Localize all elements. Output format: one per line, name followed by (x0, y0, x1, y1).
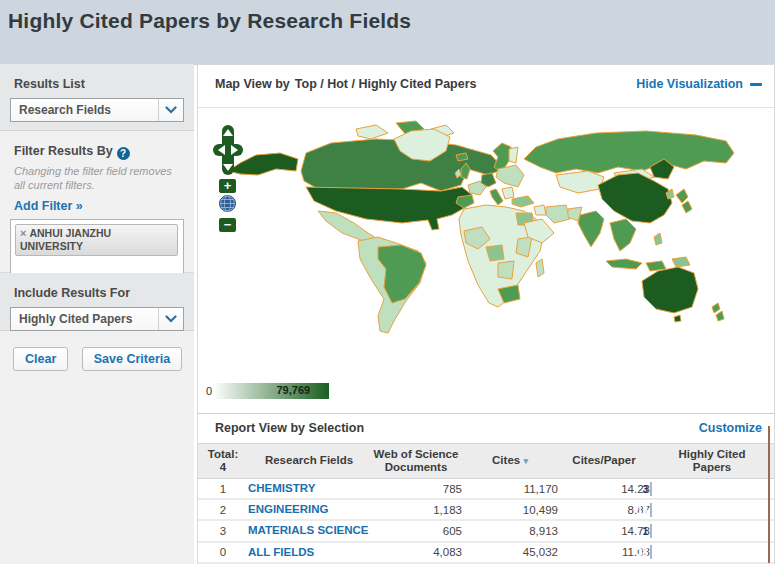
row-docs: 1,183 (370, 499, 462, 520)
row-docs: 4,083 (370, 542, 462, 563)
map-legend: 0 79,769 (206, 383, 329, 399)
results-list-label: Results List (0, 64, 194, 91)
hcp-bar: 38 (650, 545, 652, 559)
include-results-label: Include Results For (0, 273, 194, 300)
legend-max-value: 79,769 (276, 384, 310, 396)
filter-section: Filter Results By? Changing the filter f… (0, 131, 194, 273)
world-map[interactable] (206, 111, 766, 377)
map-region-turkey[interactable] (512, 196, 534, 207)
header-cites-per-paper[interactable]: Cites/Paper (558, 444, 650, 479)
map-region-new-zealand-north[interactable] (712, 303, 720, 313)
map-region-iraq[interactable] (534, 205, 546, 215)
table-row: 3 MATERIALS SCIENCE 605 8,913 14.73 1 (198, 520, 774, 541)
map-region-central-africa[interactable] (498, 261, 514, 279)
map-zoom-control: + − (219, 179, 236, 234)
row-field-link[interactable]: CHEMISTRY (248, 482, 315, 494)
customize-link[interactable]: Customize (699, 421, 762, 435)
map-region-balkans[interactable] (502, 187, 514, 199)
report-view-title: Report View by Selection (215, 421, 364, 435)
results-list-selected: Research Fields (11, 103, 158, 117)
hcp-bar-value: 13 (637, 505, 648, 516)
row-cites: 11,170 (462, 479, 558, 500)
header-research-fields[interactable]: Research Fields (248, 444, 370, 479)
sort-descending-icon: ▾ (523, 456, 528, 466)
hcp-bar: 1 (650, 524, 652, 538)
row-field-link[interactable]: ALL FIELDS (248, 546, 314, 558)
active-filters-box: ×ANHUI JIANZHU UNIVERSITY (10, 219, 184, 275)
map-region-indonesia[interactable] (606, 259, 642, 269)
map-region-iran[interactable] (546, 205, 570, 223)
page-title: Highly Cited Papers by Research Fields (0, 0, 775, 33)
legend-min-value: 0 (206, 385, 212, 397)
include-results-dropdown[interactable]: Highly Cited Papers (10, 307, 184, 331)
table-right-scroll-line (768, 426, 770, 563)
map-region-australia[interactable] (642, 267, 698, 313)
row-rank: 3 (198, 520, 248, 541)
row-cites-per-paper: 14.23 (558, 479, 650, 500)
row-docs: 785 (370, 479, 462, 500)
map-region-russia[interactable] (524, 131, 734, 173)
divider (198, 107, 774, 108)
row-docs: 605 (370, 520, 462, 541)
map-region-japan[interactable] (676, 189, 688, 203)
map-region-arctic-island[interactable] (356, 125, 388, 139)
filter-heading: Filter Results By (14, 144, 113, 158)
hcp-bar: 13 (650, 503, 652, 517)
table-header-row: Total:4 Research Fields Web of ScienceDo… (198, 444, 774, 479)
report-table: Total:4 Research Fields Web of ScienceDo… (198, 443, 774, 564)
row-cites-per-paper: 14.73 (558, 520, 650, 541)
hcp-bar: 3 (650, 482, 652, 496)
map-region-kazakhstan[interactable] (556, 171, 604, 193)
map-region-japan-south[interactable] (682, 201, 692, 213)
row-cites: 10,499 (462, 499, 558, 520)
map-region-tasmania[interactable] (674, 315, 681, 322)
map-region-new-zealand-south[interactable] (716, 311, 724, 321)
chevron-down-icon (158, 99, 183, 121)
chevron-down-icon (158, 308, 183, 330)
zoom-out-button[interactable]: − (219, 218, 236, 232)
zoom-in-button[interactable]: + (219, 179, 236, 193)
header-cites-sorted[interactable]: Cites ▾ (462, 444, 558, 479)
remove-filter-icon[interactable]: × (20, 227, 26, 239)
header-highly-cited-papers[interactable]: Highly CitedPapers (650, 444, 774, 479)
legend-gradient-bar: 79,769 (216, 383, 329, 399)
globe-icon[interactable] (219, 195, 236, 216)
clear-button[interactable]: Clear (13, 347, 68, 371)
map-pan-control[interactable] (213, 125, 243, 179)
row-rank: 2 (198, 499, 248, 520)
divider (198, 413, 774, 414)
hide-visualization-link[interactable]: Hide Visualization (636, 77, 762, 91)
filter-note: Changing the filter field removes all cu… (14, 165, 180, 193)
map-region-italy[interactable] (490, 189, 503, 205)
table-row: 2 ENGINEERING 1,183 10,499 8.87 13 (198, 499, 774, 520)
row-field-link[interactable]: MATERIALS SCIENCE (248, 524, 369, 536)
actions-section: Clear Save Criteria (0, 331, 194, 564)
row-field-link[interactable]: ENGINEERING (248, 503, 329, 515)
question-icon[interactable]: ? (117, 147, 130, 160)
row-cites: 45,032 (462, 542, 558, 563)
map-region-southeast-asia[interactable] (610, 219, 636, 251)
add-filter-link[interactable]: Add Filter » (14, 199, 83, 213)
results-list-section: Results List Research Fields (0, 64, 194, 131)
map-region-papua-new-guinea[interactable] (672, 257, 690, 267)
map-region-iceland[interactable] (456, 153, 468, 161)
map-region-eastern-europe[interactable] (496, 165, 524, 187)
row-rank: 0 (198, 542, 248, 563)
row-cites: 8,913 (462, 520, 558, 541)
map-region-madagascar[interactable] (536, 259, 544, 277)
map-region-india[interactable] (578, 211, 604, 247)
table-row: 1 CHEMISTRY 785 11,170 14.23 3 (198, 479, 774, 500)
header-total: Total:4 (198, 444, 248, 479)
table-row: 0 ALL FIELDS 4,083 45,032 11.03 38 (198, 542, 774, 563)
hcp-bar-value: 38 (637, 547, 648, 558)
save-criteria-button[interactable]: Save Criteria (82, 347, 182, 371)
hcp-bar-value: 1 (642, 526, 648, 537)
map-region-finland[interactable] (509, 147, 518, 163)
filter-tag-label: ANHUI JIANZHU UNIVERSITY (20, 227, 111, 252)
map-region-china[interactable] (598, 173, 672, 223)
map-region-philippines[interactable] (654, 233, 662, 245)
collapse-minus-icon (750, 83, 762, 86)
results-list-dropdown[interactable]: Research Fields (10, 98, 184, 122)
include-results-selected: Highly Cited Papers (11, 312, 158, 326)
header-wos-documents[interactable]: Web of ScienceDocuments (370, 444, 462, 479)
